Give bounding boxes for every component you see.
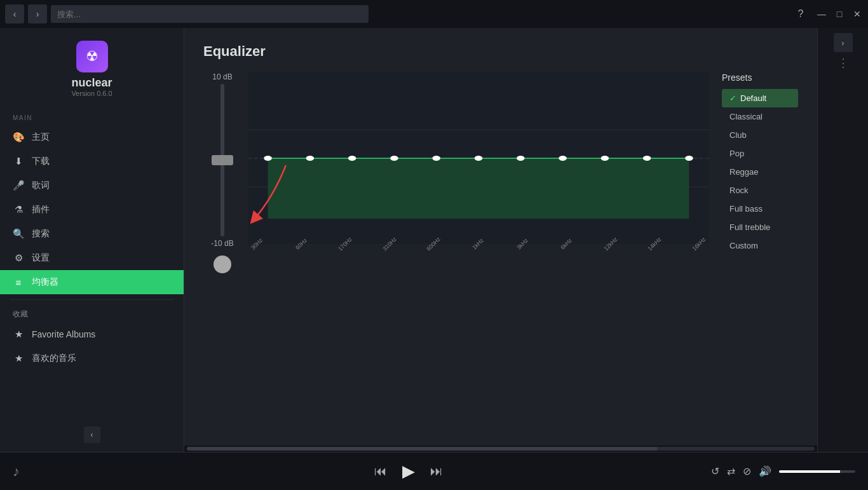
content-inner: Equalizer 10 dB -10 dB — [184, 28, 817, 446]
svg-point-7 — [348, 156, 356, 161]
svg-point-9 — [432, 156, 440, 161]
player-controls: ⏮ ▶ ⏭ — [140, 461, 677, 481]
preset-custom-label: Custom — [729, 241, 758, 250]
db-top-label: 10 dB — [212, 72, 232, 81]
sidebar-item-search[interactable]: 🔍 搜索 — [0, 222, 184, 246]
right-panel-toggle-button[interactable]: › — [834, 33, 853, 52]
top-bar: ‹ › ? — □ ✕ — [0, 0, 868, 28]
presets-panel: Presets ✓ Default Classical Club Pop — [722, 72, 798, 255]
sidebar-item-favorite-albums[interactable]: ★ Favorite Albums — [0, 322, 184, 346]
sidebar-divider — [10, 299, 173, 300]
search-input[interactable] — [51, 5, 369, 23]
help-icon[interactable]: ? — [792, 5, 810, 23]
app-logo: ☢ nuclear Version 0.6.0 — [0, 28, 184, 107]
presets-title: Presets — [722, 72, 798, 83]
preset-check-icon: ✓ — [729, 93, 736, 103]
play-button[interactable]: ▶ — [402, 461, 415, 481]
app-name: nuclear — [71, 76, 112, 90]
volume-icon[interactable]: 🔊 — [759, 465, 771, 477]
collections-label: 收藏 — [0, 305, 184, 322]
back-button[interactable]: ‹ — [5, 4, 24, 24]
svg-marker-4 — [268, 158, 689, 219]
preset-full-treble-label: Full trebble — [729, 222, 770, 232]
gain-slider-thumb[interactable] — [212, 155, 233, 165]
eq-area: 10 dB -10 dB — [203, 72, 798, 273]
preset-classical[interactable]: Classical — [722, 107, 798, 126]
logo-icon: ☢ — [76, 41, 108, 72]
preset-rock[interactable]: Rock — [722, 181, 798, 200]
preset-pop[interactable]: Pop — [722, 144, 798, 163]
app-version: Version 0.6.0 — [71, 90, 112, 97]
settings-icon: ⚙ — [13, 252, 24, 264]
svg-point-15 — [685, 156, 693, 161]
preset-default[interactable]: ✓ Default — [722, 89, 798, 107]
next-button[interactable]: ⏭ — [430, 464, 443, 479]
player-track-info: ♪ — [13, 463, 140, 480]
minimize-button[interactable]: — — [816, 8, 827, 20]
close-button[interactable]: ✕ — [851, 8, 863, 20]
sidebar-item-home[interactable]: 🎨 主页 — [0, 125, 184, 149]
sidebar-item-lyrics[interactable]: 🎤 歌词 — [0, 174, 184, 198]
equalizer-icon: ≡ — [13, 277, 24, 288]
home-icon: 🎨 — [13, 132, 24, 143]
sidebar-item-settings-label: 设置 — [32, 252, 50, 264]
svg-point-8 — [390, 156, 398, 161]
forward-button[interactable]: › — [28, 4, 47, 24]
scrollbar-track[interactable] — [187, 447, 815, 451]
star-icon-2: ★ — [13, 353, 24, 364]
sidebar-collapse-button[interactable]: ‹ — [84, 426, 100, 443]
main-area: ☢ nuclear Version 0.6.0 MAIN 🎨 主页 ⬇ 下载 🎤… — [0, 28, 868, 452]
svg-point-10 — [475, 156, 483, 161]
star-icon-1: ★ — [13, 329, 24, 340]
lyrics-icon: 🎤 — [13, 180, 24, 191]
section-main-label: MAIN — [0, 107, 184, 125]
more-options-icon[interactable]: ⋮ — [837, 56, 849, 70]
plugins-icon: ⚗ — [13, 204, 24, 215]
shuffle-button[interactable]: ⇄ — [727, 465, 735, 477]
sidebar-item-favorite-music[interactable]: ★ 喜欢的音乐 — [0, 346, 184, 371]
sidebar-item-search-label: 搜索 — [32, 228, 50, 240]
preset-default-label: Default — [740, 93, 766, 103]
page-title: Equalizer — [203, 43, 798, 60]
svg-point-11 — [517, 156, 525, 161]
repeat-button[interactable]: ↺ — [711, 465, 719, 477]
player-right-controls: ↺ ⇄ ⊘ 🔊 — [677, 465, 855, 477]
preset-reggae[interactable]: Reggae — [722, 163, 798, 181]
sidebar-item-downloads[interactable]: ⬇ 下载 — [0, 149, 184, 174]
preset-custom[interactable]: Custom — [722, 236, 798, 255]
sidebar-item-equalizer[interactable]: ≡ 均衡器 — [0, 270, 184, 294]
eq-gain-slider-section: 10 dB -10 dB — [203, 72, 241, 273]
preset-full-treble[interactable]: Full trebble — [722, 218, 798, 236]
scrollbar-thumb[interactable] — [187, 447, 658, 451]
content-scrollbar[interactable] — [184, 446, 817, 452]
sidebar-item-plugins-label: 插件 — [32, 204, 50, 215]
music-note-icon: ♪ — [13, 463, 20, 480]
sidebar-item-favorite-music-label: 喜欢的音乐 — [32, 353, 76, 364]
preset-classical-label: Classical — [729, 112, 763, 121]
prev-button[interactable]: ⏮ — [374, 464, 387, 479]
eq-chart-section: 30Hz 60Hz 170Hz 310Hz 600Hz 1kHz 3kHz 6k… — [248, 72, 709, 255]
preset-full-bass-label: Full bass — [729, 204, 763, 214]
sidebar-item-home-label: 主页 — [32, 132, 50, 143]
preset-club-label: Club — [729, 130, 747, 140]
window-controls: ? — □ ✕ — [792, 5, 863, 23]
preset-reggae-label: Reggae — [729, 167, 759, 177]
gain-slider-track[interactable] — [220, 84, 224, 236]
download-icon: ⬇ — [13, 156, 24, 167]
preamp-knob[interactable] — [214, 255, 231, 273]
sidebar: ☢ nuclear Version 0.6.0 MAIN 🎨 主页 ⬇ 下载 🎤… — [0, 28, 184, 452]
sidebar-item-equalizer-label: 均衡器 — [32, 276, 58, 288]
sidebar-item-downloads-label: 下载 — [32, 156, 50, 167]
preset-full-bass[interactable]: Full bass — [722, 200, 798, 218]
maximize-button[interactable]: □ — [834, 8, 845, 20]
search-icon: 🔍 — [13, 228, 24, 240]
sidebar-item-settings[interactable]: ⚙ 设置 — [0, 246, 184, 270]
preset-rock-label: Rock — [729, 186, 749, 195]
eq-chart[interactable] — [248, 72, 709, 244]
sidebar-item-plugins[interactable]: ⚗ 插件 — [0, 198, 184, 222]
tag-button[interactable]: ⊘ — [743, 465, 751, 477]
svg-point-13 — [601, 156, 609, 161]
preset-club[interactable]: Club — [722, 126, 798, 144]
svg-point-12 — [559, 156, 567, 161]
volume-slider[interactable] — [779, 470, 855, 473]
